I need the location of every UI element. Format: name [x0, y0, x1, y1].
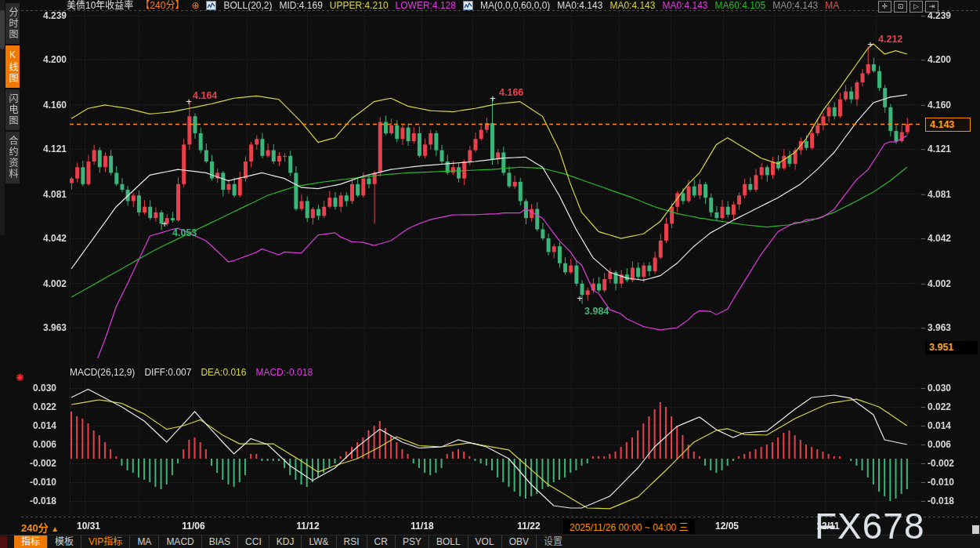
page-forward-icon[interactable]: ⇥ [925, 1, 938, 13]
interval-label[interactable]: 【240分】 [140, 1, 184, 11]
crosshair-icon[interactable]: ✛ [878, 1, 891, 13]
price-axis-right-label: 4.042 [928, 233, 951, 244]
instrument-title: 美债10年收益率 [67, 1, 133, 11]
macd-axis-left-label: -0.018 [16, 495, 56, 506]
annotation-cross-icon: + [577, 292, 583, 304]
macd-axis-right-label: -0.010 [928, 477, 954, 488]
price-annotation: 4.164 [193, 90, 217, 101]
macd-header-value: MACD:-0.018 [255, 367, 313, 378]
bottom-tab-vol[interactable]: VOL [468, 535, 501, 548]
indicator-chart-icon [206, 1, 216, 10]
scroll-handle[interactable] [972, 525, 979, 534]
period-selector[interactable]: 240分 ▲ [21, 520, 59, 535]
chart-header: 美债10年收益率 【240分】 ⊕ BOLL(20,2)MID:4.169UPP… [67, 0, 839, 11]
price-axis-left-label: 4.200 [24, 54, 67, 65]
chart-app: 分时图K线图闪电图合约资料 ✺ 美债10年收益率 【240分】 ⊕ BOLL(2… [0, 0, 980, 548]
x-axis-date-label: 12/05 [715, 521, 739, 532]
price-annotation: 3.984 [584, 306, 609, 317]
macd-axis-right-label: 0.006 [928, 439, 951, 450]
live-indicator-icon: ✺ [16, 372, 24, 383]
chevron-up-icon: ▲ [51, 524, 59, 533]
indicator-value: LOWER:4.128 [396, 1, 456, 11]
add-indicator-icon[interactable]: ⊕ [191, 1, 199, 11]
macd-header: MACD(26,12,9)DIFF:0.007DEA:0.016MACD:-0.… [70, 367, 313, 378]
indicator-values: BOLL(20,2)MID:4.169UPPER:4.210LOWER:4.12… [206, 1, 839, 11]
macd-axis-left-label: -0.010 [16, 477, 56, 488]
playback-icon[interactable]: ▷ [909, 1, 923, 13]
bottom-tab-macd[interactable]: MACD [158, 535, 201, 548]
macd-axis-right-label: 0.022 [928, 401, 951, 412]
x-axis-date-label: 10/31 [77, 521, 100, 532]
macd-axis-right-label: 0.014 [928, 420, 951, 431]
macd-axis-right-label: -0.018 [928, 495, 954, 506]
sidebar-tabs: 分时图K线图闪电图合约资料 [5, 3, 21, 185]
sidebar-scrollbar-thumb[interactable] [0, 10, 5, 49]
price-axis-left-label: 4.121 [24, 143, 67, 154]
indicator-value: MA [825, 1, 839, 11]
price-annotation: 4.166 [499, 87, 523, 98]
indicator-value: MA0:4.143 [662, 1, 707, 11]
x-axis-date-label: 11/18 [410, 521, 433, 532]
price-annotation: 4.212 [878, 34, 902, 45]
price-axis-left-label: 4.160 [24, 100, 67, 111]
bottom-tab-cci[interactable]: CCI [237, 535, 269, 548]
indicator-value: MA(0,0,0,60,0,0) [480, 1, 550, 11]
indicator-value: MA0:4.143 [772, 1, 818, 11]
indicator-tab-bar: 指标模板VIP指标MAMACDBIASCCIKDJLW&RSICRPSYBOLL… [14, 535, 570, 548]
bottom-tab-ma[interactable]: MA [129, 535, 158, 548]
sidebar-scrollbar[interactable] [0, 0, 5, 235]
price-axis-left-label: 4.042 [24, 233, 67, 244]
macd-axis-left-label: 0.022 [16, 401, 56, 412]
bottom-tab-vipxx[interactable]: VIP指标 [81, 535, 129, 548]
sidebar-tab-timeshare[interactable]: 分时图 [5, 3, 20, 44]
bottom-tab-xx[interactable]: 指标 [14, 535, 47, 548]
bottom-tab-xx[interactable]: 设置 [536, 535, 570, 548]
corner-block [0, 536, 7, 548]
macd-header-value: DIFF:0.007 [144, 367, 191, 378]
macd-axis-right-label: 0.030 [928, 383, 951, 394]
sidebar-tab-kline[interactable]: K线图 [5, 45, 20, 88]
price-axis-right-label: 4.002 [928, 278, 951, 289]
bottom-tab-rsi[interactable]: RSI [336, 535, 367, 548]
price-axis-left-label: 3.963 [24, 322, 67, 333]
price-axis-right-label: 4.160 [928, 100, 951, 111]
macd-header-value: DEA:0.016 [201, 367, 246, 378]
price-axis-right-label: 4.121 [928, 143, 951, 154]
price-axis-left-label: 4.081 [24, 189, 67, 200]
indicator-value: UPPER:4.210 [330, 1, 389, 11]
macd-axis-left-label: 0.030 [16, 383, 56, 394]
price-annotation: 4.053 [172, 227, 197, 238]
annotation-cross-icon: + [490, 93, 496, 104]
bottom-tab-boll[interactable]: BOLL [429, 535, 468, 548]
macd-axis-left-label: -0.002 [16, 458, 56, 469]
zoom-fit-icon[interactable]: ⊡ [894, 1, 907, 13]
annotation-cross-icon: + [161, 218, 168, 230]
bottom-tab-bias[interactable]: BIAS [201, 535, 237, 548]
price-axis-left-label: 4.002 [24, 278, 67, 289]
range-min-tag: 3.951 [925, 341, 978, 354]
x-axis-date-label: 11/06 [182, 521, 204, 532]
bottom-tab-cr[interactable]: CR [367, 535, 395, 548]
sidebar: 分时图K线图闪电图合约资料 [0, 0, 21, 548]
bottom-tab-obv[interactable]: OBV [501, 535, 536, 548]
period-selector-label: 240分 [21, 522, 49, 534]
indicator-value: MA60:4.105 [714, 1, 765, 11]
sidebar-tab-contract-info[interactable]: 合约资料 [5, 132, 20, 183]
indicator-value: MID:4.169 [280, 1, 323, 11]
x-axis-date-label: 11/22 [517, 521, 540, 532]
macd-axis-left-label: 0.014 [16, 420, 56, 431]
bottom-tab-lwx[interactable]: LW& [301, 535, 335, 548]
indicator-value: MA0:4.143 [557, 1, 602, 11]
x-axis-date-label: 11/12 [296, 521, 319, 532]
bottom-tab-psy[interactable]: PSY [395, 535, 429, 548]
price-axis-right-label: 4.081 [928, 189, 951, 200]
annotation-cross-icon: + [867, 38, 873, 50]
indicator-chart-icon [463, 1, 473, 10]
candlestick-macd-canvas[interactable] [0, 0, 980, 548]
sidebar-tab-lightning[interactable]: 闪电图 [5, 89, 20, 130]
bar-datetime-tooltip: 2025/11/26 00:00 ~ 04:00 三 [563, 519, 695, 534]
macd-axis-right-label: -0.002 [928, 458, 954, 469]
indicator-value: BOLL(20,2) [223, 1, 272, 11]
bottom-tab-xx[interactable]: 模板 [47, 535, 81, 548]
bottom-tab-kdj[interactable]: KDJ [269, 535, 302, 548]
